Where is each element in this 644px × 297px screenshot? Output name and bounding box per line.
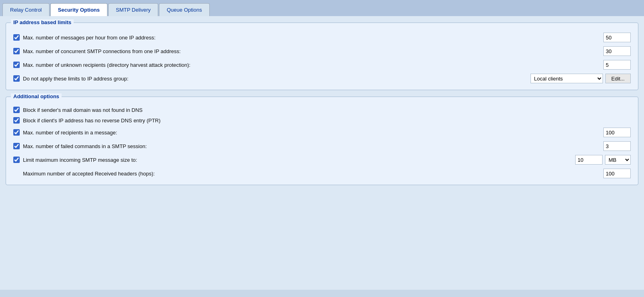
- label-block-reverse-dns[interactable]: Block if client's IP address has no reve…: [13, 117, 631, 124]
- input-limit-message-size[interactable]: [575, 155, 603, 165]
- tab-security-options[interactable]: Security Options: [50, 3, 107, 16]
- label-max-received-headers: Maximum number of accepted Received head…: [13, 171, 595, 177]
- row-max-concurrent-smtp: Max. number of concurrent SMTP connectio…: [13, 46, 631, 56]
- tab-relay-control[interactable]: Relay Control: [2, 3, 50, 16]
- checkbox-limit-message-size[interactable]: [13, 157, 20, 163]
- checkbox-max-unknown-recipients[interactable]: [13, 62, 20, 68]
- row-do-not-apply-limits: Do not apply these limits to IP address …: [13, 74, 631, 83]
- dropdown-size-unit[interactable]: MBKBGB: [605, 155, 631, 165]
- label-do-not-apply-limits[interactable]: Do not apply these limits to IP address …: [13, 75, 522, 82]
- input-max-failed-commands[interactable]: [603, 141, 631, 151]
- ip-section: IP address based limits Max. number of m…: [6, 23, 638, 90]
- input-max-messages-per-hour[interactable]: [603, 33, 631, 42]
- row-max-recipients: Max. number of recipients in a message:: [13, 128, 631, 137]
- checkbox-block-reverse-dns[interactable]: [13, 117, 20, 124]
- ip-section-legend: IP address based limits: [11, 19, 74, 25]
- edit-ip-group-button[interactable]: Edit...: [605, 74, 631, 83]
- content-area: IP address based limits Max. number of m…: [0, 16, 644, 290]
- tab-queue-options[interactable]: Queue Options: [159, 3, 209, 16]
- label-max-unknown-recipients[interactable]: Max. number of unknown recipients (direc…: [13, 62, 595, 68]
- input-max-unknown-recipients[interactable]: [603, 60, 631, 70]
- label-text-max-received-headers: Maximum number of accepted Received head…: [23, 171, 155, 177]
- row-max-received-headers: Maximum number of accepted Received head…: [13, 169, 631, 178]
- checkbox-block-sender-dns[interactable]: [13, 107, 20, 113]
- label-text-max-concurrent-smtp: Max. number of concurrent SMTP connectio…: [23, 48, 181, 54]
- input-max-concurrent-smtp[interactable]: [603, 46, 631, 56]
- label-text-limit-message-size: Limit maximum incoming SMTP message size…: [23, 157, 137, 163]
- label-text-max-recipients: Max. number of recipients in a message:: [23, 130, 117, 136]
- label-limit-message-size[interactable]: Limit maximum incoming SMTP message size…: [13, 157, 567, 163]
- additional-section-legend: Additional options: [11, 93, 62, 99]
- row-max-unknown-recipients: Max. number of unknown recipients (direc…: [13, 60, 631, 70]
- label-text-do-not-apply-limits: Do not apply these limits to IP address …: [23, 76, 128, 82]
- tab-bar: Relay ControlSecurity OptionsSMTP Delive…: [0, 0, 644, 16]
- label-text-block-reverse-dns: Block if client's IP address has no reve…: [23, 118, 161, 124]
- checkbox-do-not-apply-limits[interactable]: [13, 75, 20, 82]
- tab-smtp-delivery[interactable]: SMTP Delivery: [108, 3, 158, 16]
- label-block-sender-dns[interactable]: Block if sender's mail domain was not fo…: [13, 107, 631, 113]
- input-max-recipients[interactable]: [603, 128, 631, 137]
- label-max-concurrent-smtp[interactable]: Max. number of concurrent SMTP connectio…: [13, 48, 595, 54]
- row-max-failed-commands: Max. number of failed commands in a SMTP…: [13, 141, 631, 151]
- checkbox-max-messages-per-hour[interactable]: [13, 34, 20, 41]
- label-text-max-messages-per-hour: Max. number of messages per hour from on…: [23, 35, 155, 41]
- row-block-reverse-dns: Block if client's IP address has no reve…: [13, 117, 631, 124]
- label-max-failed-commands[interactable]: Max. number of failed commands in a SMTP…: [13, 143, 595, 149]
- checkbox-max-failed-commands[interactable]: [13, 143, 20, 149]
- label-text-max-failed-commands: Max. number of failed commands in a SMTP…: [23, 143, 147, 149]
- dropdown-ip-group[interactable]: Local clientsAllCustom: [530, 74, 603, 83]
- checkbox-max-concurrent-smtp[interactable]: [13, 48, 20, 54]
- row-limit-message-size: Limit maximum incoming SMTP message size…: [13, 155, 631, 165]
- row-block-sender-dns: Block if sender's mail domain was not fo…: [13, 107, 631, 113]
- checkbox-max-recipients[interactable]: [13, 129, 20, 136]
- label-max-recipients[interactable]: Max. number of recipients in a message:: [13, 129, 595, 136]
- label-text-block-sender-dns: Block if sender's mail domain was not fo…: [23, 107, 142, 113]
- row-max-messages-per-hour: Max. number of messages per hour from on…: [13, 33, 631, 42]
- input-max-received-headers[interactable]: [603, 169, 631, 178]
- additional-section: Additional options Block if sender's mai…: [6, 97, 638, 185]
- label-text-max-unknown-recipients: Max. number of unknown recipients (direc…: [23, 62, 190, 68]
- label-max-messages-per-hour[interactable]: Max. number of messages per hour from on…: [13, 34, 595, 41]
